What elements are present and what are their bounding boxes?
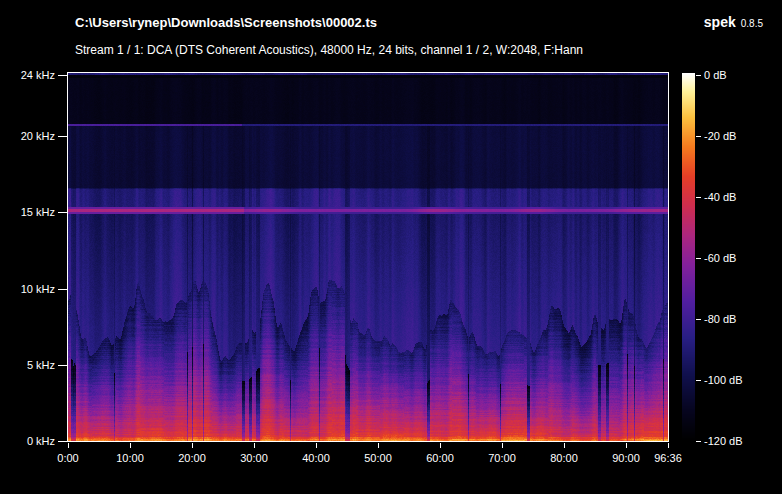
x-axis-tick (668, 443, 669, 448)
y-axis-tick (58, 75, 67, 76)
x-axis-tick (502, 443, 503, 448)
x-axis-tick (68, 443, 69, 448)
y-axis-tick (58, 212, 67, 213)
y-axis-tick (58, 136, 67, 137)
x-axis-tick (130, 443, 131, 448)
x-axis-tick (626, 443, 627, 448)
y-axis-label: 0 kHz (0, 435, 55, 447)
x-axis-label: 40:00 (290, 452, 342, 464)
x-axis-label: 60:00 (414, 452, 466, 464)
colorbar-canvas (682, 73, 695, 441)
x-axis-label: 0:00 (42, 452, 94, 464)
file-path: C:\Users\rynep\Downloads\Screenshots\000… (75, 15, 377, 30)
y-axis-tick (58, 289, 67, 290)
y-axis-label: 20 kHz (0, 130, 55, 142)
stream-info: Stream 1 / 1: DCA (DTS Coherent Acoustic… (75, 43, 583, 57)
app-brand: spek 0.8.5 (704, 14, 763, 30)
x-axis-label: 20:00 (166, 452, 218, 464)
colorbar-tick (696, 380, 701, 381)
colorbar-tick (696, 75, 701, 76)
spectrogram-canvas (67, 72, 669, 442)
y-axis-tick (58, 365, 67, 366)
x-axis-tick (564, 443, 565, 448)
app-version: 0.8.5 (741, 18, 763, 29)
colorbar-label: -40 dB (704, 191, 736, 203)
x-axis-label: 80:00 (538, 452, 590, 464)
x-axis-tick (254, 443, 255, 448)
x-axis-tick (192, 443, 193, 448)
colorbar-label: -100 dB (704, 374, 743, 386)
app-name: spek (704, 14, 736, 30)
x-axis-tick (440, 443, 441, 448)
colorbar-tick (696, 258, 701, 259)
colorbar-label: -20 dB (704, 130, 736, 142)
x-axis-label: 70:00 (476, 452, 528, 464)
y-axis-label: 5 kHz (0, 359, 55, 371)
colorbar-label: 0 dB (704, 69, 727, 81)
x-axis-tick (316, 443, 317, 448)
colorbar-label: -60 dB (704, 252, 736, 264)
spek-window: C:\Users\rynep\Downloads\Screenshots\000… (0, 0, 782, 494)
y-axis-tick (58, 441, 67, 442)
x-axis-label: 96:36 (642, 452, 694, 464)
y-axis-label: 10 kHz (0, 283, 55, 295)
x-axis-label: 30:00 (228, 452, 280, 464)
colorbar-label: -80 dB (704, 313, 736, 325)
colorbar-tick (696, 197, 701, 198)
colorbar-tick (696, 441, 701, 442)
y-axis-label: 15 kHz (0, 206, 55, 218)
colorbar-label: -120 dB (704, 435, 743, 447)
colorbar-tick (696, 136, 701, 137)
x-axis-tick (378, 443, 379, 448)
colorbar-tick (696, 319, 701, 320)
x-axis-label: 10:00 (104, 452, 156, 464)
x-axis-label: 50:00 (352, 452, 404, 464)
y-axis-label: 24 kHz (0, 69, 55, 81)
